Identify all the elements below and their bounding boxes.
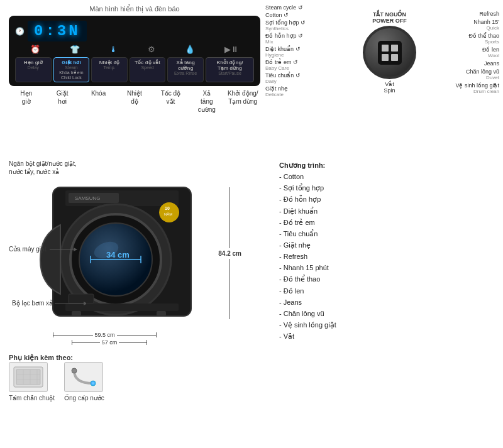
mix-label: Đồ hỗn hợp ↺Mix <box>265 33 366 45</box>
accessories-title: Phụ kiện kèm theo: <box>9 354 104 362</box>
drum-clean-label: Vệ sinh lồng giặtDrum clean <box>405 83 499 94</box>
prog-cotton: - Cotton <box>279 171 499 182</box>
svg-text:NĂM: NĂM <box>164 212 172 216</box>
bp-start: Khởi động/Tạm dừng <box>226 89 260 114</box>
program-list-title: Chương trình: <box>279 160 499 171</box>
prog-delicate: - Giặt nhẹ <box>279 239 499 251</box>
machine-image-area: SAMSUNG 10 NĂM <box>34 178 223 325</box>
water-hose-icon <box>68 366 99 388</box>
quick-label: Nhanh 15'Quick <box>405 19 499 31</box>
refresh-label: Refresh <box>405 11 499 17</box>
water-hose-name: Ống cấp nước <box>64 394 104 402</box>
start-pause-button[interactable]: Khởi động/Tạm dừng Start/Pause <box>206 57 254 82</box>
speed-icon: ⚙ <box>148 45 155 54</box>
width-dimension-2: 57 cm <box>72 339 147 346</box>
prog-quick: - Nhanh 15 phút <box>279 262 499 273</box>
svg-rect-16 <box>72 311 81 316</box>
daily-label: Tiêu chuẩn ↺Daily <box>265 73 366 84</box>
svg-text:34 cm: 34 cm <box>106 250 130 260</box>
mouse-guard-name: Tấm chắn chuột <box>9 394 55 402</box>
below-panel-labels: Hẹngiờ Giặthơi Khóa Nhiệtđộ Tốc độvắt Xả… <box>9 89 260 114</box>
height-dimension: 84.2 cm <box>218 187 241 319</box>
svg-text:10: 10 <box>165 206 170 210</box>
lcd-display: 0:3N <box>28 21 87 41</box>
prog-refresh: - Refresh <box>279 251 499 262</box>
delicate-label: Giặt nhẹDelicate <box>265 86 366 97</box>
control-panel: 🕐 0:3N ⏰ 👕 🌡 ⚙ 💧 ▶⏸ <box>9 16 260 86</box>
water-icon: 💧 <box>185 45 195 54</box>
prog-sports: - Đồ thể thao <box>279 273 499 285</box>
program-list: Chương trình: - Cotton - Sợi tổng hợp - … <box>279 160 499 402</box>
svg-marker-20 <box>74 248 77 251</box>
mouse-guard-icon <box>13 366 44 388</box>
timer-icon: ⏰ <box>30 45 40 54</box>
shirt-icon: 👕 <box>70 45 80 54</box>
prog-duvet: - Chăn lông vũ <box>279 308 499 319</box>
prog-mix: - Đồ hỗn hợp <box>279 194 499 205</box>
baby-care-label: Đồ trẻ em ↺Baby Care <box>265 60 366 71</box>
delay-button[interactable]: Hẹn giờ Delay <box>15 57 52 82</box>
duvet-label: Chăn lông vũDuvet <box>405 69 499 80</box>
extra-rinse-button[interactable]: Xả tăng cường Extra Rinse <box>167 57 204 82</box>
prog-synthetics: - Sợi tổng hợp <box>279 182 499 194</box>
bp-temp: Nhiệtđộ <box>117 89 152 114</box>
clock-icon: 🕐 <box>15 27 25 36</box>
svg-marker-22 <box>84 302 86 305</box>
temp-icon: 🌡 <box>109 45 118 54</box>
bp-extra-rinse: Xảtăngcường <box>189 89 224 114</box>
bp-lock: Khóa <box>81 89 116 114</box>
steam-button[interactable]: Giặt hơi Steam Khóa trẻ emChild Lock <box>53 57 90 82</box>
width-dimension-1: 59.5 cm <box>53 332 157 338</box>
temp-button[interactable]: Nhiệt độ Temp. <box>91 57 128 82</box>
play-icon: ▶⏸ <box>224 45 239 54</box>
prog-daily: - Tiêu chuẩn <box>279 228 499 239</box>
accessory-mouse-guard: Tấm chắn chuột <box>9 362 55 402</box>
accessory-water-hose: Ống cấp nước <box>64 362 104 402</box>
prog-spin: - Vắt <box>279 331 499 342</box>
prog-jeans: - Jeans <box>279 297 499 308</box>
svg-rect-17 <box>157 311 166 316</box>
jeans-label: Jeans <box>405 61 499 67</box>
wool-label: Đồ lenWool <box>405 47 499 58</box>
prog-baby-care: - Đồ trẻ em <box>279 217 499 228</box>
prog-hygiene: - Diệt khuẩn <box>279 205 499 217</box>
door-label: Cửa máy giặt <box>9 246 78 253</box>
panel-label: Màn hình hiển thị và đèn báo <box>9 5 260 13</box>
svg-text:SAMSUNG: SAMSUNG <box>75 195 100 201</box>
prog-drum-clean: - Vệ sinh lồng giặt <box>279 319 499 331</box>
svg-point-32 <box>92 382 94 385</box>
svg-rect-24 <box>16 369 40 385</box>
bp-steam: Giặthơi <box>45 89 79 114</box>
sports-label: Đồ thể thaoSports <box>405 33 499 45</box>
steam-cycle-label: Steam cycle ↺ <box>265 5 366 11</box>
prog-wool: - Đồ len <box>279 285 499 297</box>
cotton-label: Cotton ↺ <box>265 13 366 18</box>
svg-point-30 <box>72 368 77 373</box>
synthetics-label: Sợi tổng hợp ↺Synthetics <box>265 20 366 31</box>
speed-button[interactable]: Tốc độ vắt Speed <box>130 57 166 82</box>
filter-label: Bộ lọc bơm xả <box>12 300 86 307</box>
detergent-label: Ngăn bột giặt/nước giặt,nước tẩy, nước x… <box>9 160 77 176</box>
bp-speed: Tốc độvắt <box>153 89 188 114</box>
hygiene-label: Diệt khuẩn ↺Hygiene <box>265 46 366 58</box>
bp-delay: Hẹngiờ <box>9 89 43 114</box>
